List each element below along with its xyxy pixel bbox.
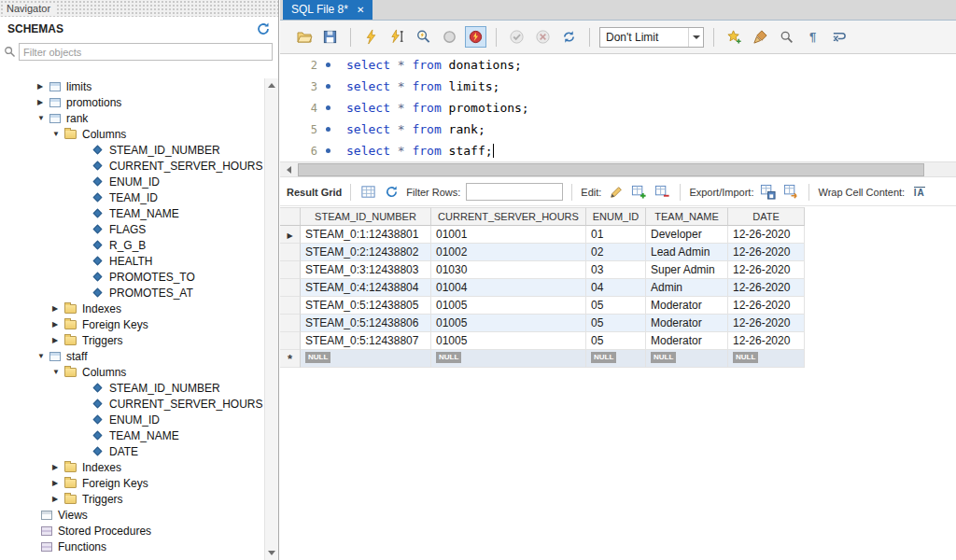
chevron-right-icon[interactable]: ▶ [52,320,64,329]
tree-item-current-server-hours[interactable]: CURRENT_SERVER_HOURS [0,396,264,412]
tree-item-health[interactable]: HEALTH [0,253,264,269]
tree-item-limits[interactable]: ▶limits [0,78,264,94]
code-line[interactable]: 5select * from rank; [280,119,956,140]
filter-objects-input[interactable] [19,43,273,61]
grid-cell[interactable]: STEAM_0:5:12438806 [301,315,431,332]
tree-item-enum-id[interactable]: ENUM_ID [0,412,264,427]
grid-cell[interactable]: Developer [646,226,728,244]
scroll-down-icon[interactable] [265,546,278,560]
tree-item-promotes-to[interactable]: PROMOTES_TO [0,269,264,285]
chevron-down-icon[interactable]: ▼ [37,114,49,122]
navigator-scrollbar[interactable] [264,78,278,560]
wrap-text-button[interactable] [828,26,850,48]
grid-cell[interactable]: 01030 [431,261,586,279]
grid-cell[interactable]: 05 [586,297,646,315]
save-script-button[interactable] [319,26,341,48]
grid-view-button[interactable] [359,183,377,201]
grid-cell[interactable]: 01005 [431,315,586,332]
grid-cell[interactable]: Moderator [646,332,728,350]
grid-cell[interactable]: 01005 [431,332,586,350]
row-selector-cell[interactable] [280,279,301,297]
tree-item-columns[interactable]: ▼Columns [0,364,264,380]
chevron-down-icon[interactable]: ▼ [52,368,64,376]
grid-cell[interactable]: 12-26-2020 [728,279,805,297]
grid-cell[interactable]: STEAM_0:3:12438803 [301,261,431,279]
grid-cell[interactable]: Moderator [646,315,728,332]
tree-item-triggers[interactable]: ▶Triggers [0,332,264,348]
grid-cell[interactable]: STEAM_0:4:12438804 [301,279,431,297]
row-selector-cell[interactable]: * [280,350,301,368]
grid-cell[interactable]: Admin [646,279,728,297]
grid-cell[interactable]: 12-26-2020 [728,297,805,315]
tree-item-promotions[interactable]: ▶promotions [0,94,264,110]
tree-item-columns[interactable]: ▼Columns [0,126,264,142]
tree-item-rank[interactable]: ▼rank [0,110,264,126]
refresh-results-button[interactable] [383,183,401,201]
grid-cell[interactable]: NULL [646,350,728,368]
tree-item-promotes-at[interactable]: PROMOTES_AT [0,285,264,301]
delete-row-button[interactable] [654,183,671,201]
grid-cell[interactable]: NULL [431,350,586,368]
column-header-enum_id[interactable]: ENUM_ID [586,207,646,226]
sql-editor[interactable]: 2select * from donations;3select * from … [280,54,956,161]
export-recordset-button[interactable] [759,183,777,201]
grid-cell[interactable]: Lead Admin [646,244,728,261]
code-line[interactable]: 2select * from donations; [280,54,956,76]
scroll-left-icon[interactable] [282,163,296,176]
refresh-schemas-icon[interactable] [256,21,271,36]
tree-item-enum-id[interactable]: ENUM_ID [0,174,264,189]
column-header-team_name[interactable]: TEAM_NAME [646,207,728,226]
row-selector-cell[interactable] [280,244,301,261]
grid-cell[interactable]: 02 [586,244,646,261]
grid-cell[interactable]: 04 [586,279,646,297]
tree-item-current-server-hours[interactable]: CURRENT_SERVER_HOURS [0,158,264,174]
chevron-right-icon[interactable]: ▶ [52,479,64,487]
toggle-autocommit-button[interactable] [558,26,580,48]
editor-horizontal-scrollbar[interactable] [280,161,956,177]
tree-item-indexes[interactable]: ▶Indexes [0,301,264,316]
chevron-right-icon[interactable]: ▶ [52,304,64,313]
chevron-right-icon[interactable]: ▶ [37,98,49,106]
rollback-button[interactable] [532,26,554,48]
tree-item-staff[interactable]: ▼staff [0,348,264,364]
filter-rows-input[interactable] [466,183,563,201]
grid-cell[interactable]: 01005 [431,297,586,315]
chevron-right-icon[interactable]: ▶ [52,495,64,503]
close-tab-icon[interactable]: ✕ [357,5,364,15]
tree-item-functions[interactable]: Functions [0,539,264,554]
grid-cell[interactable]: STEAM_0:5:12438807 [301,332,431,350]
grid-cell[interactable]: STEAM_0:1:12438801 [301,226,431,244]
tree-item-team-id[interactable]: TEAM_ID [0,189,264,205]
edit-record-button[interactable] [607,183,625,201]
column-header-date[interactable]: DATE [728,207,805,226]
grid-cell[interactable]: NULL [301,350,431,368]
grid-cell[interactable]: STEAM_0:2:12438802 [301,244,431,261]
find-button[interactable] [776,26,797,48]
tree-item-team-name[interactable]: TEAM_NAME [0,205,264,221]
grid-cell[interactable]: Moderator [646,297,728,315]
chevron-right-icon[interactable]: ▶ [52,463,64,471]
grid-cell[interactable]: 01002 [431,244,586,261]
chevron-right-icon[interactable]: ▶ [37,82,49,91]
grid-cell[interactable]: 01 [586,226,646,244]
tree-item-date[interactable]: DATE [0,443,264,459]
grid-cell[interactable]: 05 [586,315,646,332]
tree-item-foreign-keys[interactable]: ▶Foreign Keys [0,316,264,332]
import-records-button[interactable] [782,183,800,201]
tree-item-flags[interactable]: FLAGS [0,221,264,237]
scrollbar-thumb[interactable] [298,163,924,176]
stop-query-button[interactable] [439,26,460,48]
save-snippet-button[interactable] [724,26,745,48]
code-line[interactable]: 3select * from limits; [280,76,956,97]
commit-button[interactable] [506,26,527,48]
tree-item-indexes[interactable]: ▶Indexes [0,459,264,475]
row-limit-dropdown[interactable]: Don't Limit [599,27,704,48]
row-selector-cell[interactable] [280,261,301,279]
row-selector-cell[interactable] [280,332,301,350]
grid-cell[interactable]: 12-26-2020 [728,315,805,332]
open-script-button[interactable] [293,26,315,48]
chevron-down-icon[interactable]: ▼ [37,352,49,360]
grid-cell[interactable]: 01004 [431,279,586,297]
grid-cell[interactable]: 05 [586,332,646,350]
beautify-script-button[interactable] [750,26,771,48]
